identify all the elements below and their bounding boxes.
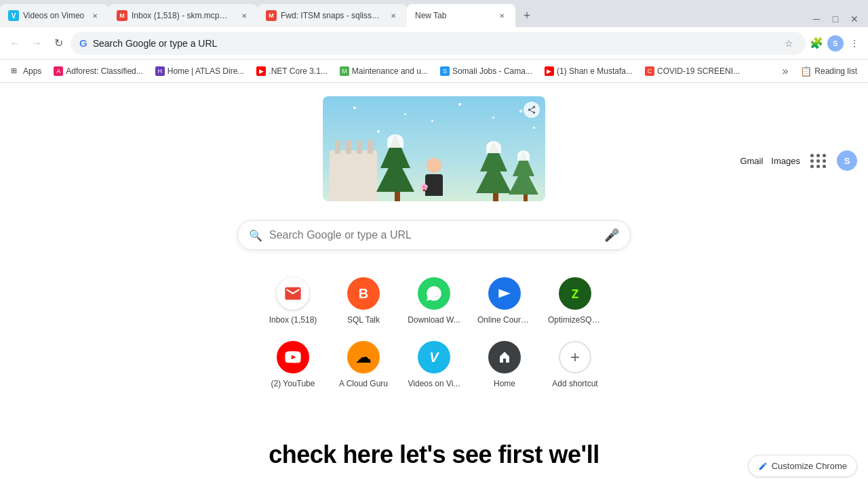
google-doodle[interactable]: 🌸 ●: [323, 96, 545, 201]
shortcut-icon-sqltalk: B: [347, 277, 380, 310]
shortcut-icon-optimize: Z: [559, 277, 591, 310]
tab-title-newtab: New Tab: [415, 11, 492, 20]
bookmark-atlas-label: Home | ATLAS Dire...: [167, 66, 245, 76]
bookmark-covid[interactable]: C COVID-19 SCREENI...: [639, 64, 745, 79]
tab-bar: V Videos on Vimeo ✕ M Inbox (1,518) - sk…: [0, 0, 868, 27]
shortcut-download[interactable]: Download W...: [401, 269, 467, 333]
atlas-favicon: H: [155, 66, 165, 76]
bookmark-star-icon[interactable]: ☆: [781, 35, 797, 52]
shortcut-label-courses: Online Courses: [477, 315, 532, 325]
shortcut-home[interactable]: Home: [472, 333, 537, 396]
microphone-icon[interactable]: 🎤: [604, 228, 619, 243]
shortcut-add[interactable]: + Add shortcut: [542, 333, 608, 396]
minimize-button[interactable]: ─: [808, 11, 825, 27]
shortcut-icon-courses: [488, 277, 521, 310]
address-bar[interactable]: G ☆: [71, 32, 806, 55]
shortcut-icon-cloudguru: ☁: [347, 341, 380, 373]
bookmarks-bar: ⊞ Apps A Adforest: Classified... H Home …: [0, 60, 868, 83]
reading-list-label: Reading list: [814, 66, 857, 76]
bookmarks-more-button[interactable]: »: [776, 62, 793, 80]
main-content: Gmail Images S: [0, 83, 868, 488]
new-tab-button[interactable]: +: [515, 4, 538, 27]
shortcut-label-optimize: OptimizeSQL ...: [548, 315, 602, 325]
bookmark-dotnet[interactable]: ▶ .NET Core 3.1...: [251, 64, 332, 79]
shortcut-inbox[interactable]: Inbox (1,518): [260, 269, 326, 333]
shortcut-label-sqltalk: SQL Talk: [347, 315, 380, 325]
bookmark-shan-label: (1) Shan e Mustafa...: [557, 66, 633, 76]
bookmark-dotnet-label: .NET Core 3.1...: [269, 66, 327, 76]
address-input[interactable]: [93, 38, 775, 49]
bookmark-shan[interactable]: ▶ (1) Shan e Mustafa...: [539, 64, 638, 79]
tab-title-gmail2: Fwd: ITSM snaps - sqlissue@gm...: [281, 11, 384, 20]
bookmark-covid-label: COVID-19 SCREENI...: [657, 66, 740, 76]
extensions-icon[interactable]: 🧩: [808, 35, 825, 52]
snow-8: [533, 127, 535, 129]
bookmark-apps[interactable]: ⊞ Apps: [5, 64, 47, 79]
search-bar-wrapper: 🔍 🎤: [237, 220, 631, 250]
bookmark-adforest[interactable]: A Adforest: Classified...: [48, 64, 148, 79]
bookmark-maintenance[interactable]: M Maintenance and u...: [334, 64, 433, 79]
customize-chrome-label: Customize Chrome: [772, 461, 847, 471]
somali-favicon: S: [440, 66, 450, 76]
tab-close-gmail2[interactable]: ✕: [388, 10, 399, 21]
user-avatar[interactable]: S: [827, 35, 844, 52]
search-bar: 🔍 🎤: [237, 220, 631, 250]
shortcut-icon-download: [418, 277, 450, 310]
google-apps-button[interactable]: [808, 150, 829, 171]
google-favicon: G: [79, 37, 87, 49]
shan-favicon: ▶: [545, 66, 554, 76]
dotnet-favicon: ▶: [256, 66, 266, 76]
shortcut-label-cloudguru: A Cloud Guru: [339, 379, 388, 388]
tab-vimeo[interactable]: V Videos on Vimeo ✕: [0, 4, 108, 27]
bottom-caption: check here let's see first we'll: [0, 441, 868, 469]
adforest-favicon: A: [54, 66, 63, 76]
bookmark-atlas[interactable]: H Home | ATLAS Dire...: [150, 64, 250, 79]
tab-newtab[interactable]: New Tab ✕: [407, 4, 515, 27]
tab-bar-controls: ─ □ ✕: [808, 11, 868, 27]
shortcut-label-youtube: (2) YouTube: [271, 379, 315, 388]
shortcut-label-add: Add shortcut: [552, 379, 597, 388]
reading-list-button[interactable]: 📋 Reading list: [795, 63, 863, 79]
address-right-icons: ☆: [781, 35, 797, 52]
doodle-scene: 🌸 ●: [323, 96, 545, 201]
snow-6: [431, 120, 433, 122]
tab-close-vimeo[interactable]: ✕: [90, 10, 100, 21]
tab-close-newtab[interactable]: ✕: [496, 10, 507, 21]
svg-marker-0: [498, 289, 510, 298]
shortcuts-grid: Inbox (1,518) B SQL Talk Download W...: [260, 269, 608, 396]
shortcut-courses[interactable]: Online Courses: [472, 269, 537, 333]
snow-5: [519, 110, 522, 113]
bookmark-somali[interactable]: S Somali Jobs - Cama...: [435, 64, 538, 79]
bookmark-adforest-label: Adforest: Classified...: [66, 66, 142, 76]
gmail-link[interactable]: Gmail: [740, 156, 763, 166]
snow-4: [492, 117, 494, 119]
browser-frame: V Videos on Vimeo ✕ M Inbox (1,518) - sk…: [0, 0, 868, 488]
search-input[interactable]: [269, 229, 597, 241]
shortcut-sqltalk[interactable]: B SQL Talk: [331, 269, 396, 333]
shortcut-youtube[interactable]: (2) YouTube: [260, 333, 326, 396]
images-link[interactable]: Images: [771, 156, 800, 166]
customize-chrome-button[interactable]: Customize Chrome: [748, 455, 857, 477]
tab-close-gmail1[interactable]: ✕: [239, 10, 250, 21]
tree-left: [380, 134, 414, 201]
profile-icon[interactable]: S: [827, 35, 844, 52]
shortcut-optimize[interactable]: Z OptimizeSQL ...: [542, 269, 608, 333]
back-button[interactable]: ←: [5, 34, 24, 53]
more-options-icon[interactable]: ⋮: [846, 35, 863, 52]
building-left: [330, 150, 377, 201]
forward-button[interactable]: →: [27, 34, 46, 53]
header-right: Gmail Images S: [740, 150, 857, 171]
apps-favicon: ⊞: [11, 66, 20, 76]
tab-favicon-gmail1: M: [117, 10, 127, 21]
refresh-button[interactable]: ↻: [49, 34, 68, 53]
doodle-share-button[interactable]: [524, 102, 540, 118]
shortcut-vimeo[interactable]: V Videos on Vi...: [401, 333, 467, 396]
tab-gmail1[interactable]: M Inbox (1,518) - skm.mcp@gmail... ✕: [108, 4, 258, 27]
shortcut-cloudguru[interactable]: ☁ A Cloud Guru: [331, 333, 396, 396]
close-window-button[interactable]: ✕: [846, 11, 863, 27]
user-avatar-main[interactable]: S: [837, 150, 857, 171]
tab-gmail2[interactable]: M Fwd: ITSM snaps - sqlissue@gm... ✕: [258, 4, 407, 27]
bookmark-apps-label: Apps: [23, 66, 41, 76]
bookmark-maintenance-label: Maintenance and u...: [352, 66, 428, 76]
maximize-button[interactable]: □: [827, 11, 844, 27]
